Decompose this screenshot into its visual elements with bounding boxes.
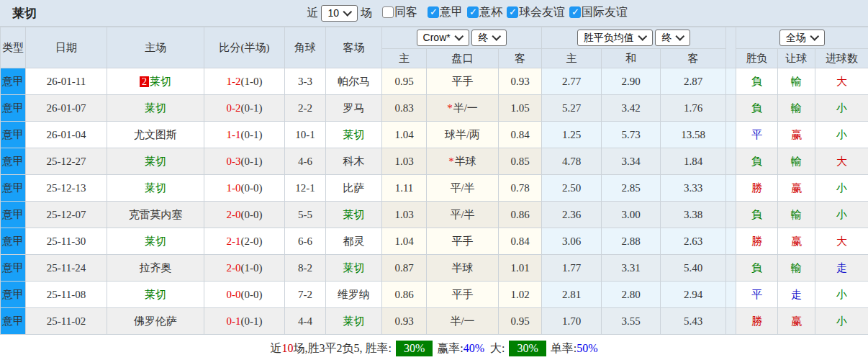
result-value: 平 (751, 129, 762, 140)
scope-select[interactable]: 全场 (779, 30, 825, 46)
half-time-score: (0-0) (241, 209, 263, 220)
spacer-cell (726, 228, 736, 255)
date-cell: 25-12-13 (26, 175, 107, 202)
avg-away-cell: 2.94 (661, 282, 726, 308)
col-header-home: 主场 (107, 27, 204, 68)
result-value: 勝 (751, 315, 762, 327)
spacer-cell (726, 122, 736, 148)
home-team-cell: 莱切 (107, 282, 204, 308)
big-label: 大: (490, 341, 505, 356)
checkbox-意杯[interactable] (467, 6, 479, 18)
avg-home-cell: 1.77 (542, 255, 602, 282)
checkbox-同客[interactable] (382, 6, 394, 18)
away-odds-cell: 0.93 (499, 68, 542, 95)
half-time-score: (0-1) (241, 129, 263, 140)
league-cell: 意甲 (1, 308, 26, 335)
home-team-name: 莱切 (145, 156, 166, 167)
checkbox-球会友谊[interactable] (507, 6, 518, 18)
date-cell: 25-12-07 (26, 202, 107, 228)
avg-away-cell: 1.84 (661, 148, 726, 175)
odds-stage-select[interactable]: 终 (471, 30, 507, 46)
home-team-name: 莱切 (150, 76, 171, 87)
avg-stage-select[interactable]: 终 (655, 30, 690, 46)
league-cell: 意甲 (1, 175, 26, 202)
result-value: 勝 (751, 235, 762, 247)
full-time-score: 2-0 (227, 209, 241, 220)
col-header-score: 比分(半场) (204, 27, 285, 68)
avg-type-select[interactable]: 胜平负均值 (577, 30, 653, 46)
avg-draw-cell: 3.55 (602, 308, 661, 335)
handicap-result-value: 赢 (791, 315, 802, 327)
avg-home-cell: 4.78 (542, 148, 602, 175)
avg-draw-cell: 3.42 (602, 95, 661, 122)
scope-header-group: 全场 (736, 27, 868, 49)
chevron-down-icon (343, 7, 352, 17)
goals-value: 小 (836, 182, 847, 194)
away-team-name: 帕尔马 (338, 76, 370, 87)
date-cell: 25-12-27 (26, 148, 107, 175)
goals-cell: 小 (815, 308, 868, 335)
col-header-type: 类型 (1, 27, 26, 68)
avg-header-group: 胜平负均值 终 (542, 27, 726, 49)
table-row: 意甲25-12-13莱切1-0(0-0)12-1比萨1.11平/半0.782.5… (1, 175, 868, 202)
subcol-odds-away: 客 (499, 49, 542, 68)
away-team-cell: 莱切 (326, 255, 382, 282)
score-cell: 2-1(2-0) (204, 228, 285, 255)
away-odds-cell: 0.78 (499, 175, 542, 202)
checkbox-label: 意甲 (440, 5, 463, 20)
league-cell: 意甲 (1, 95, 26, 122)
summary-bar: 近10场,胜3平2负5, 胜率: 30% 赢率:40% 大: 30% 单率:50… (0, 335, 868, 360)
away-odds-cell: 0.84 (499, 122, 542, 148)
avg-type-value: 胜平负均值 (584, 32, 634, 44)
score-cell: 1-2(1-0) (204, 68, 285, 95)
result-cell: 平 (736, 282, 778, 308)
away-team-cell: 罗马 (326, 95, 382, 122)
league-cell: 意甲 (1, 148, 26, 175)
away-team-cell: 比萨 (326, 175, 382, 202)
subcol-avg-draw: 和 (602, 49, 661, 68)
corner-cell: 4-4 (285, 308, 326, 335)
checkbox-国际友谊[interactable] (569, 6, 581, 18)
score-cell: 2-0(0-0) (204, 202, 285, 228)
chevron-down-icon (454, 32, 464, 41)
chevron-down-icon (492, 32, 502, 41)
checkbox-意甲[interactable] (428, 6, 439, 18)
handicap-cell: 平手 (427, 228, 499, 255)
home-team-name: 莱切 (145, 182, 166, 194)
half-time-score: (1-0) (241, 262, 263, 274)
filters: 近 10 场 同客意甲意杯球会友谊国际友谊 (307, 5, 628, 22)
handicap-cell: *半球 (427, 148, 499, 175)
avg-away-cell: 5.43 (661, 308, 726, 335)
subcol-avg-home: 主 (542, 49, 602, 68)
result-cell: 負 (736, 202, 778, 228)
league-cell: 意甲 (1, 255, 26, 282)
league-cell: 意甲 (1, 282, 26, 308)
handicap-cell: 平/半 (427, 202, 499, 228)
goals-value: 小 (836, 129, 847, 140)
home-team-name: 莱切 (145, 235, 166, 247)
full-time-score: 0-3 (227, 156, 241, 167)
result-value: 負 (751, 262, 762, 274)
away-odds-cell: 0.84 (499, 228, 542, 255)
goals-cell: 大 (815, 148, 868, 175)
checkbox-group-item: 同客 (382, 5, 417, 20)
home-team-cell: 莱切 (107, 228, 204, 255)
recent-count-select[interactable]: 10 (321, 5, 358, 22)
home-team-name: 克雷莫内塞 (129, 209, 183, 220)
odds-source-select[interactable]: Crow* (417, 30, 469, 46)
date-cell: 25-11-30 (26, 228, 107, 255)
spacer-cell (726, 175, 736, 202)
result-value: 負 (751, 76, 762, 87)
corner-cell: 8-2 (285, 255, 326, 282)
home-odds-cell: 0.95 (382, 68, 427, 95)
date-cell: 25-11-24 (26, 255, 107, 282)
half-time-score: (2-0) (241, 235, 263, 247)
avg-home-cell: 5.27 (542, 95, 602, 122)
checkbox-label: 同客 (394, 5, 417, 20)
half-time-score: (0-1) (241, 102, 263, 114)
goals-value: 小 (836, 209, 847, 220)
away-team-cell: 帕尔马 (326, 68, 382, 95)
result-value: 勝 (751, 182, 762, 194)
subcol-handicap: 盘口 (427, 49, 499, 68)
avg-home-cell: 2.77 (542, 68, 602, 95)
